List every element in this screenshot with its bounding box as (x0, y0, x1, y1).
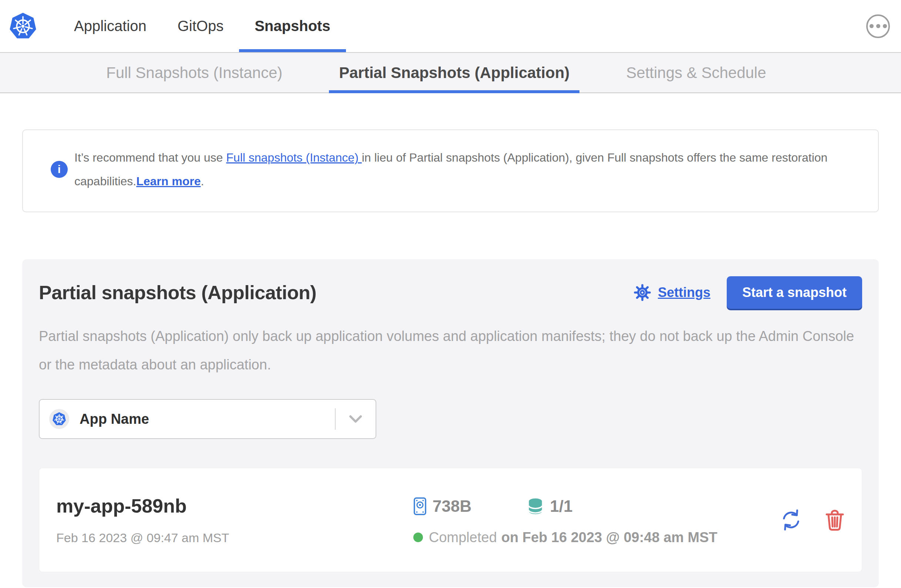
top-nav-tabs: Application GitOps Snapshots (58, 0, 346, 52)
kubernetes-logo-icon (9, 11, 37, 41)
delete-snapshot-button[interactable] (825, 509, 845, 531)
top-nav: Application GitOps Snapshots (0, 0, 901, 53)
banner-text: It’s recommend that you use Full snapsho… (74, 146, 856, 193)
subtab-settings-schedule[interactable]: Settings & Schedule (616, 53, 776, 92)
chevron-down-icon (349, 415, 362, 423)
snapshot-completed-timestamp: on Feb 16 2023 @ 09:48 am MST (501, 530, 717, 546)
ellipsis-icon (883, 24, 887, 28)
kots-admin-console-page: { "topnav": { "items": [ {"label": "Appl… (0, 0, 901, 588)
snapshot-status-line: Completed on Feb 16 2023 @ 09:48 am MST (413, 531, 717, 544)
banner-text-before: It’s recommend that you use (74, 151, 226, 164)
info-banner: i It’s recommend that you use Full snaps… (22, 129, 879, 212)
selector-chevron-box[interactable] (336, 415, 376, 423)
snapshot-actions (780, 509, 845, 531)
gear-icon (633, 283, 652, 302)
settings-label: Settings (658, 285, 711, 300)
status-dot-icon (413, 532, 423, 542)
start-snapshot-button[interactable]: Start a snapshot (727, 276, 862, 309)
snapshot-size: 738B (433, 497, 471, 515)
panel-header: Partial snapshots (Application) (39, 276, 862, 309)
restore-snapshot-button[interactable] (780, 509, 802, 531)
partial-snapshots-panel: Partial snapshots (Application) (22, 259, 879, 587)
snapshot-status: Completed (429, 530, 497, 546)
ellipsis-icon (876, 24, 880, 28)
disk-icon (413, 497, 427, 515)
page-title: Partial snapshots (Application) (39, 282, 316, 303)
kubernetes-app-icon (52, 412, 66, 426)
snapshot-settings-link[interactable]: Settings (633, 283, 711, 302)
snapshot-stats-column: 738B 1/1 Completed on Feb 16 2023 @ 09:4… (413, 496, 717, 544)
full-snapshots-instance-link[interactable]: Full snapshots (Instance) (226, 151, 362, 164)
learn-more-link[interactable]: Learn more (136, 174, 201, 188)
banner-text-after: . (201, 174, 204, 188)
snapshot-started-timestamp: Feb 16 2023 @ 09:47 am MST (56, 531, 413, 544)
tab-application[interactable]: Application (58, 0, 162, 52)
tab-gitops[interactable]: GitOps (162, 0, 239, 52)
volumes-database-icon (527, 498, 544, 515)
snapshots-sub-nav: Full Snapshots (Instance) Partial Snapsh… (0, 53, 901, 93)
snapshot-volumes-count: 1/1 (550, 497, 572, 515)
subtab-full-snapshots[interactable]: Full Snapshots (Instance) (96, 53, 292, 92)
snapshot-name-column: my-app-589nb Feb 16 2023 @ 09:47 am MST (56, 496, 413, 544)
subtab-partial-snapshots[interactable]: Partial Snapshots (Application) (329, 53, 580, 92)
snapshot-row: my-app-589nb Feb 16 2023 @ 09:47 am MST … (39, 468, 862, 572)
app-name-selector[interactable]: App Name (39, 399, 376, 439)
panel-description: Partial snapshots (Application) only bac… (39, 322, 862, 379)
header-actions: Settings Start a snapshot (633, 276, 862, 309)
app-selector-value: App Name (80, 411, 149, 427)
ellipsis-icon (870, 24, 874, 28)
info-icon: i (51, 161, 68, 178)
snapshot-name: my-app-589nb (56, 496, 413, 516)
tab-snapshots[interactable]: Snapshots (239, 0, 346, 52)
snapshot-stats-line: 738B 1/1 (413, 496, 717, 516)
app-logo-badge (49, 409, 69, 429)
restore-icon (780, 509, 802, 531)
delete-trash-icon (825, 509, 845, 531)
more-menu-button[interactable] (866, 14, 890, 38)
